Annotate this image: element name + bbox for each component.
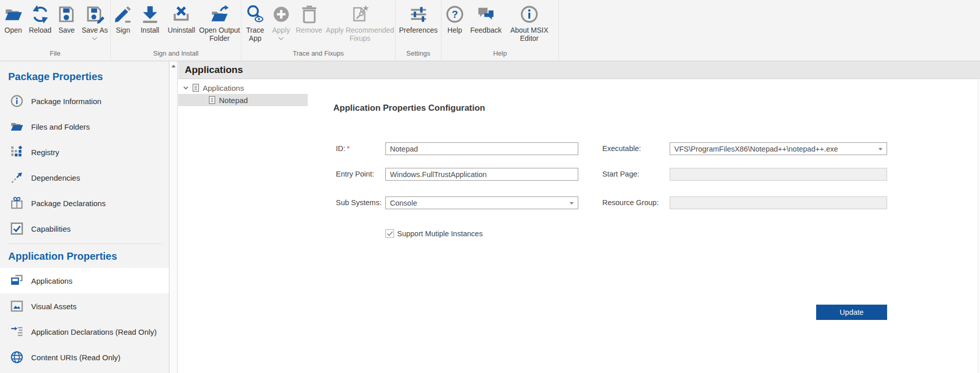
ribbon-buttons-sign-install: Sign Install Uninstall Open Output Folde…	[111, 0, 241, 49]
ribbon-group-label: Trace and Fixups	[241, 49, 395, 61]
form-heading: Application Properties Configuration	[333, 103, 485, 113]
sidebar-item-package-declarations[interactable]: Package Declarations	[0, 190, 169, 216]
reload-button[interactable]: Reload	[27, 3, 54, 49]
document-icon	[208, 96, 216, 104]
button-label: Sign	[116, 26, 130, 34]
save-icon	[57, 3, 76, 26]
ribbon-group-sign-and-install: Sign Install Uninstall Open Output Folde…	[111, 0, 241, 61]
chevron-down-icon	[92, 35, 97, 40]
feedback-bubbles-icon	[476, 3, 496, 26]
svg-text:?: ?	[452, 9, 458, 20]
sidebar-item-visual-assets[interactable]: Visual Assets	[0, 293, 169, 319]
ribbon-group-file: Open Reload Save Save As	[0, 0, 111, 61]
globe-icon	[10, 351, 23, 364]
start-page-label: Start Page:	[602, 168, 640, 181]
sidebar-item-application-declarations[interactable]: Application Declarations (Read Only)	[0, 319, 169, 344]
ribbon-buttons-trace-fixups: Trace App Apply Remove Apply Recommend	[241, 0, 395, 49]
sidebar-item-content-uris[interactable]: Content URIs (Read Only)	[0, 344, 169, 370]
sidebar-item-capabilities[interactable]: Capabilities	[0, 216, 169, 241]
chevron-down-icon	[570, 202, 574, 205]
entry-point-input[interactable]	[385, 168, 578, 181]
trace-app-button[interactable]: Trace App	[241, 3, 269, 49]
sidebar-item-applications[interactable]: Applications	[0, 268, 169, 293]
install-button[interactable]: Install	[135, 3, 165, 49]
sidebar-scrollbar[interactable]	[169, 61, 178, 373]
apply-button: Apply	[269, 3, 293, 49]
scrollbar-up-button[interactable]	[169, 61, 177, 71]
button-label: Remove	[296, 26, 323, 34]
sidebar-section-title-application-properties: Application Properties	[0, 244, 169, 268]
tree-node-label: Notepad	[219, 96, 248, 105]
info-circle-icon	[10, 94, 23, 108]
check-icon	[387, 231, 393, 236]
resource-group-input	[670, 196, 887, 209]
preferences-sliders-icon	[409, 3, 428, 26]
button-label: Save	[58, 26, 75, 34]
button-label: Feedback	[470, 26, 501, 34]
scroll-up-arrow-icon	[172, 65, 176, 67]
open-output-folder-button[interactable]: Open Output Folder	[198, 3, 241, 49]
trash-icon	[300, 3, 319, 26]
ribbon-group-label: Help	[442, 49, 558, 61]
button-label: Reload	[29, 26, 51, 34]
executable-dropdown[interactable]: VFS\ProgramFilesX86\Notepad++\notepad++.…	[670, 142, 887, 155]
entry-point-label: Entry Point:	[336, 168, 374, 181]
sidebar-item-label: Application Declarations (Read Only)	[31, 328, 157, 336]
chevron-down-icon	[279, 35, 284, 40]
chevron-down-icon[interactable]	[183, 85, 189, 91]
sidebar-item-label: Package Information	[31, 97, 102, 106]
sidebar-item-files-and-folders[interactable]: Files and Folders	[0, 114, 169, 139]
document-icon	[192, 84, 200, 92]
button-label: Apply	[272, 26, 290, 34]
preferences-button[interactable]: Preferences	[396, 3, 441, 49]
image-icon	[10, 300, 23, 313]
resource-group-label: Resource Group:	[602, 196, 658, 209]
tree-node-applications[interactable]: Applications	[178, 82, 308, 94]
main-panel: Applications Applications Notepad Appli	[178, 61, 980, 373]
sidebar-item-label: Dependencies	[31, 173, 80, 182]
main-content: Applications Notepad Application Propert…	[178, 80, 980, 373]
folder-icon	[10, 120, 23, 133]
sidebar-item-registry[interactable]: Registry	[0, 139, 169, 165]
open-button[interactable]: Open	[0, 3, 27, 49]
tree-node-notepad[interactable]: Notepad	[178, 94, 308, 106]
sub-systems-dropdown[interactable]: Console	[385, 196, 578, 209]
support-multiple-instances-checkbox[interactable]: Support Mutiple Instances	[385, 229, 483, 238]
sub-systems-value: Console	[390, 199, 417, 207]
sub-systems-label: Sub Systems:	[336, 196, 381, 209]
sidebar-item-label: Capabilities	[31, 225, 71, 233]
fixups-document-wrench-icon	[350, 3, 370, 26]
applications-tree: Applications Notepad	[178, 82, 308, 106]
ribbon-buttons-settings: Preferences	[396, 0, 441, 49]
install-arrow-icon	[140, 3, 160, 26]
save-as-button[interactable]: Save As	[79, 3, 110, 49]
button-label: About MSIX Editor	[504, 26, 555, 42]
ribbon-group-help: ? Help Feedback About MSIX Editor Help	[442, 0, 559, 61]
feedback-button[interactable]: Feedback	[468, 3, 504, 49]
sidebar-item-label: Files and Folders	[31, 122, 90, 131]
id-input[interactable]	[385, 142, 578, 155]
update-button[interactable]: Update	[816, 305, 887, 320]
checkbox-check-icon	[10, 222, 23, 235]
apply-recommended-fixups-button: Apply Recommended Fixups	[325, 3, 395, 49]
checkbox-box	[385, 229, 394, 238]
ribbon-spacer	[559, 0, 980, 61]
reload-icon	[31, 3, 50, 26]
save-button[interactable]: Save	[54, 3, 80, 49]
uninstall-button[interactable]: Uninstall	[165, 3, 199, 49]
required-asterisk: *	[347, 144, 350, 153]
remove-button: Remove	[293, 3, 325, 49]
chevron-down-icon	[878, 148, 883, 151]
sidebar-section-title-package-properties: Package Properties	[0, 61, 169, 88]
help-question-icon: ?	[445, 3, 464, 26]
app-window-icon	[10, 274, 23, 287]
button-label: Trace App	[241, 26, 269, 42]
help-button[interactable]: ? Help	[442, 3, 468, 49]
ribbon-buttons-help: ? Help Feedback About MSIX Editor	[442, 0, 558, 49]
sidebar-item-dependencies[interactable]: Dependencies	[0, 165, 169, 190]
sign-button[interactable]: Sign	[111, 3, 135, 49]
button-label: Apply Recommended Fixups	[325, 26, 395, 42]
about-msix-editor-button[interactable]: About MSIX Editor	[504, 3, 555, 49]
sidebar-item-package-information[interactable]: Package Information	[0, 88, 169, 114]
about-info-icon	[520, 3, 539, 26]
